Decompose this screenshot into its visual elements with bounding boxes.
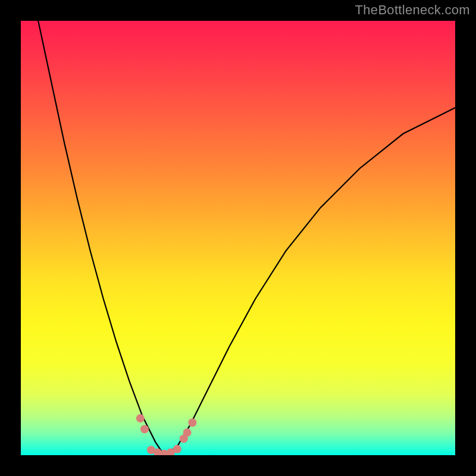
marker-dots-right [180, 418, 197, 443]
marker-dot [140, 425, 149, 433]
bottleneck-curve [38, 21, 455, 455]
marker-dots-bottom [147, 445, 181, 455]
marker-dot [183, 428, 192, 437]
chart-frame: TheBottleneck.com [0, 0, 476, 476]
watermark-text: TheBottleneck.com [355, 2, 470, 18]
marker-dot [188, 418, 196, 427]
marker-dot [173, 445, 181, 453]
plot-area [21, 21, 455, 455]
marker-dot [136, 414, 145, 422]
curve-svg [21, 21, 455, 455]
